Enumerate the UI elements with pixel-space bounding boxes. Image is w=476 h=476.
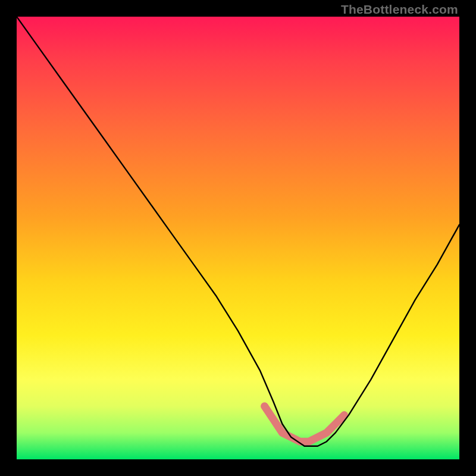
- chart-plot-area: [17, 17, 459, 459]
- chart-frame: TheBottleneck.com: [0, 0, 476, 476]
- chart-svg: [17, 17, 459, 459]
- bottleneck-curve-line: [17, 17, 459, 446]
- watermark-text: TheBottleneck.com: [341, 2, 458, 17]
